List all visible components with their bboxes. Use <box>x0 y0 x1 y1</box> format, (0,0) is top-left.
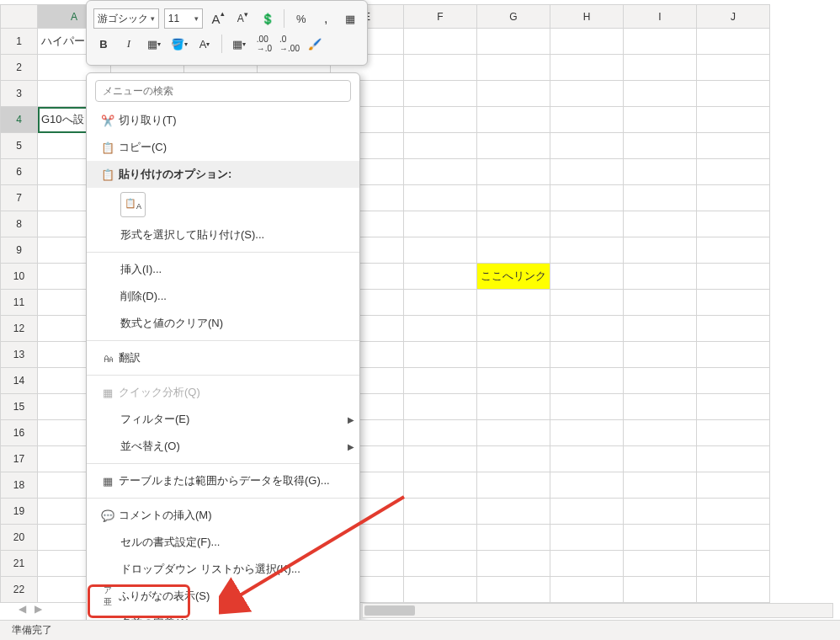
comment-icon: 💬 <box>97 509 119 522</box>
menu-search <box>95 80 351 102</box>
mini-toolbar: 游ゴシック 11 A▴ A▾ 💲 % , ▦ B I ▦▾ 🪣▾ A▾ ▦▾ .… <box>86 0 368 66</box>
row-header-22[interactable]: 22 <box>1 577 38 603</box>
row-header-7[interactable]: 7 <box>1 185 38 211</box>
row-header-11[interactable]: 11 <box>1 290 38 316</box>
row-header-18[interactable]: 18 <box>1 472 38 499</box>
copy-icon: 📋 <box>97 141 119 154</box>
context-menu: ✂️ 切り取り(T) 📋 コピー(C) 📋 貼り付けのオプション: 📋A 形式を… <box>86 72 360 640</box>
accounting-format-button[interactable]: 💲 <box>258 8 277 29</box>
col-header-I[interactable]: I <box>624 5 697 29</box>
bold-button[interactable]: B <box>93 34 114 54</box>
status-ready-label: 準備完了 <box>12 623 52 637</box>
submenu-arrow-icon: ▶ <box>343 415 359 424</box>
menu-clear[interactable]: 数式と値のクリア(N) <box>87 310 359 337</box>
decrease-font-button[interactable]: A▾ <box>233 8 253 29</box>
row-header-16[interactable]: 16 <box>1 420 38 446</box>
conditional-format-button[interactable]: ▦▾ <box>229 34 249 54</box>
menu-search-input[interactable] <box>95 80 351 102</box>
row-header-5[interactable]: 5 <box>1 133 38 159</box>
fill-color-button[interactable]: 🪣▾ <box>169 34 189 54</box>
tab-scroll-next[interactable]: ▶ <box>35 603 42 615</box>
menu-paste-options-header: 📋 貼り付けのオプション: <box>87 161 359 188</box>
italic-button[interactable]: I <box>119 34 139 54</box>
menu-pick-from-list[interactable]: ドロップダウン リストから選択(K)... <box>87 556 359 583</box>
comma-button[interactable]: , <box>316 8 335 29</box>
scissors-icon: ✂️ <box>97 115 119 127</box>
menu-filter[interactable]: フィルター(E) ▶ <box>87 406 359 433</box>
menu-translate[interactable]: 🗛 翻訳 <box>87 344 359 371</box>
row-header-20[interactable]: 20 <box>1 525 38 551</box>
phonetic-icon: ア亜 <box>97 584 119 608</box>
menu-insert[interactable]: 挿入(I)... <box>87 256 359 283</box>
status-bar: 準備完了 <box>0 620 840 640</box>
quick-analysis-icon: ▦ <box>97 387 119 399</box>
row-header-9[interactable]: 9 <box>1 237 38 264</box>
translate-icon: 🗛 <box>97 352 119 365</box>
col-header-F[interactable]: F <box>404 5 477 29</box>
table-icon: ▦ <box>97 475 119 488</box>
row-header-1[interactable]: 1 <box>1 29 38 55</box>
menu-insert-comment[interactable]: 💬 コメントの挿入(M) <box>87 502 359 529</box>
row-header-13[interactable]: 13 <box>1 342 38 368</box>
row-header-15[interactable]: 15 <box>1 394 38 420</box>
format-painter-button[interactable]: 🖌️ <box>305 34 325 54</box>
increase-decimal-button[interactable]: .00→.0 <box>254 34 274 54</box>
menu-format-cells[interactable]: セルの書式設定(F)... <box>87 529 359 556</box>
menu-show-phonetic[interactable]: ア亜 ふりがなの表示(S) <box>87 583 359 610</box>
submenu-arrow-icon: ▶ <box>343 442 359 451</box>
sheet-tab-scroll: ◀ ▶ <box>3 600 42 618</box>
menu-paste-special[interactable]: 形式を選択して貼り付け(S)... <box>87 221 359 248</box>
menu-copy[interactable]: 📋 コピー(C) <box>87 134 359 161</box>
row-header-12[interactable]: 12 <box>1 316 38 342</box>
row-header-4[interactable]: 4 <box>1 107 38 133</box>
font-size-dropdown[interactable]: 11 <box>164 8 204 29</box>
font-color-button[interactable]: A▾ <box>194 34 215 54</box>
row-header-14[interactable]: 14 <box>1 368 38 394</box>
row-header-21[interactable]: 21 <box>1 551 38 577</box>
row-header-19[interactable]: 19 <box>1 499 38 525</box>
merge-button[interactable]: ▦ <box>341 8 360 29</box>
font-name-dropdown[interactable]: 游ゴシック <box>93 8 159 29</box>
cell-G10[interactable]: ここへリンク <box>477 264 550 290</box>
tab-scroll-prev[interactable]: ◀ <box>19 603 26 615</box>
horizontal-scrollbar[interactable] <box>362 603 833 618</box>
paste-icon: 📋 <box>97 168 119 181</box>
decrease-decimal-button[interactable]: .0→.00 <box>279 34 300 54</box>
increase-font-button[interactable]: A▴ <box>208 8 227 29</box>
menu-delete[interactable]: 削除(D)... <box>87 283 359 310</box>
menu-quick-analysis: ▦ クイック分析(Q) <box>87 379 359 406</box>
row-header-17[interactable]: 17 <box>1 446 38 472</box>
menu-get-data[interactable]: ▦ テーブルまたは範囲からデータを取得(G)... <box>87 467 359 494</box>
menu-sort[interactable]: 並べ替え(O) ▶ <box>87 433 359 460</box>
select-all-corner[interactable] <box>1 5 38 29</box>
row-header-8[interactable]: 8 <box>1 211 38 237</box>
paste-option-keep-source[interactable]: 📋A <box>120 192 146 217</box>
percent-button[interactable]: % <box>291 8 311 29</box>
row-header-6[interactable]: 6 <box>1 159 38 185</box>
col-header-G[interactable]: G <box>477 5 550 29</box>
borders-button[interactable]: ▦▾ <box>144 34 164 54</box>
col-header-H[interactable]: H <box>550 5 624 29</box>
menu-cut[interactable]: ✂️ 切り取り(T) <box>87 107 359 134</box>
row-header-10[interactable]: 10 <box>1 264 38 290</box>
clipboard-a-icon: 📋A <box>125 198 141 211</box>
row-header-2[interactable]: 2 <box>1 55 38 81</box>
row-header-3[interactable]: 3 <box>1 81 38 107</box>
col-header-J[interactable]: J <box>697 5 770 29</box>
